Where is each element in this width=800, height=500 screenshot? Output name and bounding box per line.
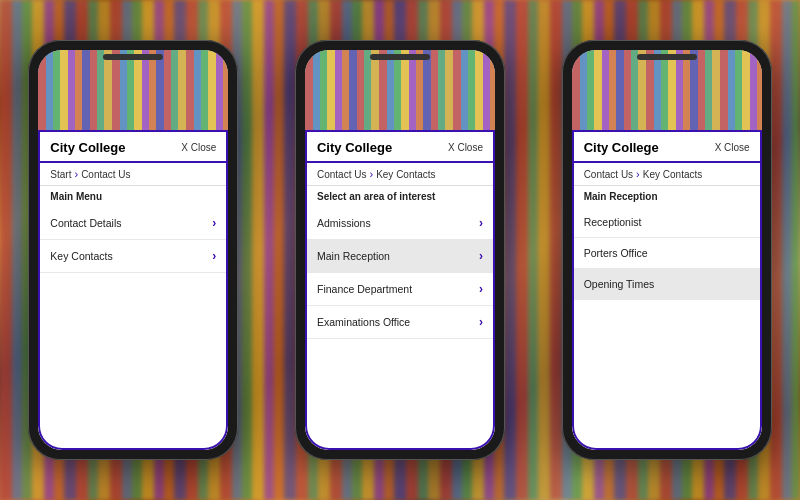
phone-3-close-button[interactable]: X Close	[715, 142, 750, 153]
phone-2: City College X Close Contact Us › Key Co…	[295, 40, 505, 460]
phone-2-title: City College	[317, 140, 392, 155]
phone-1-header: City College X Close	[40, 132, 226, 163]
menu-item-receptionist[interactable]: Receptionist	[574, 207, 760, 238]
phone-1-title: City College	[50, 140, 125, 155]
chevron-icon-examinations: ›	[479, 315, 483, 329]
phone-3-section-label: Main Reception	[574, 186, 760, 207]
breadcrumb-key-contacts-2[interactable]: Key Contacts	[376, 169, 435, 180]
menu-item-porters-label: Porters Office	[584, 247, 648, 259]
phone-2-header: City College X Close	[307, 132, 493, 163]
phone-1-menu-items: Contact Details › Key Contacts ›	[40, 207, 226, 448]
chevron-icon-2: ›	[212, 249, 216, 263]
breadcrumb-sep-2: ›	[369, 168, 373, 180]
menu-item-opening-times-label: Opening Times	[584, 278, 655, 290]
phone-1: City College X Close Start › Contact Us …	[28, 40, 238, 460]
phone-2-section-label: Select an area of interest	[307, 186, 493, 207]
menu-item-contact-details[interactable]: Contact Details ›	[40, 207, 226, 240]
phone-3-top-image	[572, 50, 762, 130]
breadcrumb-start[interactable]: Start	[50, 169, 71, 180]
menu-item-porters-office[interactable]: Porters Office	[574, 238, 760, 269]
menu-item-receptionist-label: Receptionist	[584, 216, 642, 228]
menu-item-finance[interactable]: Finance Department ›	[307, 273, 493, 306]
breadcrumb-key-contacts-3[interactable]: Key Contacts	[643, 169, 702, 180]
chevron-icon-admissions: ›	[479, 216, 483, 230]
phone-1-breadcrumb: Start › Contact Us	[40, 163, 226, 186]
menu-item-admissions-label: Admissions	[317, 217, 371, 229]
phone-1-section-label: Main Menu	[40, 186, 226, 207]
breadcrumb-contact-us-2[interactable]: Contact Us	[317, 169, 366, 180]
phone-3-menu-panel: City College X Close Contact Us › Key Co…	[572, 130, 762, 450]
menu-item-finance-label: Finance Department	[317, 283, 412, 295]
breadcrumb-sep-1: ›	[74, 168, 78, 180]
phone-1-top-image	[38, 50, 228, 130]
menu-item-main-reception-label: Main Reception	[317, 250, 390, 262]
phone-3: City College X Close Contact Us › Key Co…	[562, 40, 772, 460]
phone-2-close-button[interactable]: X Close	[448, 142, 483, 153]
phone-1-close-button[interactable]: X Close	[181, 142, 216, 153]
chevron-icon-1: ›	[212, 216, 216, 230]
phone-3-screen: City College X Close Contact Us › Key Co…	[572, 50, 762, 450]
menu-item-examinations-label: Examinations Office	[317, 316, 410, 328]
breadcrumb-contact[interactable]: Contact Us	[81, 169, 130, 180]
chevron-icon-finance: ›	[479, 282, 483, 296]
phone-2-menu-panel: City College X Close Contact Us › Key Co…	[305, 130, 495, 450]
phone-3-header: City College X Close	[574, 132, 760, 163]
phone-2-menu-items: Admissions › Main Reception › Finance De…	[307, 207, 493, 448]
menu-item-examinations[interactable]: Examinations Office ›	[307, 306, 493, 339]
breadcrumb-sep-3: ›	[636, 168, 640, 180]
menu-item-key-contacts[interactable]: Key Contacts ›	[40, 240, 226, 273]
chevron-icon-main-reception: ›	[479, 249, 483, 263]
phone-1-screen: City College X Close Start › Contact Us …	[38, 50, 228, 450]
phone-3-breadcrumb: Contact Us › Key Contacts	[574, 163, 760, 186]
phone-1-menu-panel: City College X Close Start › Contact Us …	[38, 130, 228, 450]
phone-2-screen: City College X Close Contact Us › Key Co…	[305, 50, 495, 450]
breadcrumb-contact-us-3[interactable]: Contact Us	[584, 169, 633, 180]
menu-item-admissions[interactable]: Admissions ›	[307, 207, 493, 240]
phone-3-menu-items: Receptionist Porters Office Opening Time…	[574, 207, 760, 448]
phone-2-top-image	[305, 50, 495, 130]
menu-item-main-reception[interactable]: Main Reception ›	[307, 240, 493, 273]
menu-item-opening-times[interactable]: Opening Times	[574, 269, 760, 300]
menu-item-key-contacts-label: Key Contacts	[50, 250, 112, 262]
menu-item-contact-details-label: Contact Details	[50, 217, 121, 229]
phone-2-breadcrumb: Contact Us › Key Contacts	[307, 163, 493, 186]
phone-3-title: City College	[584, 140, 659, 155]
